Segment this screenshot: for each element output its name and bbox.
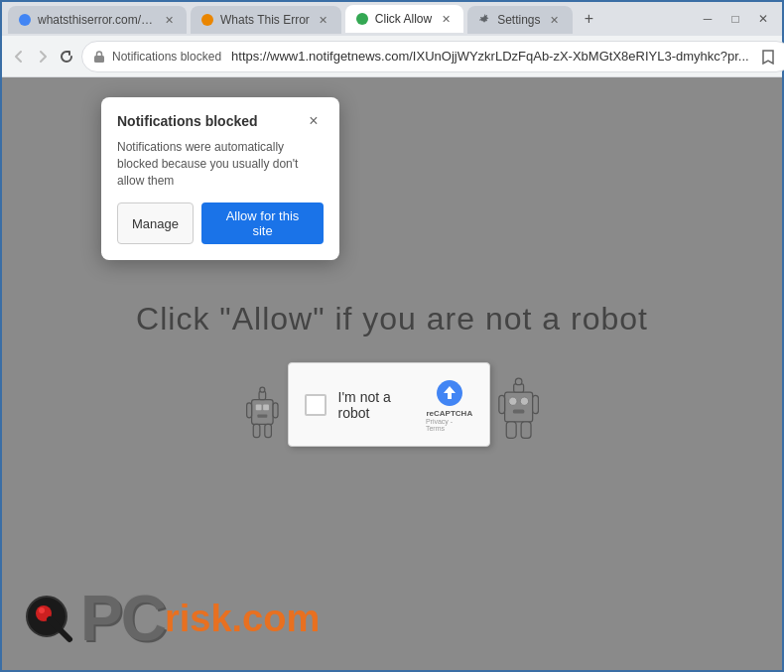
svg-point-1 xyxy=(201,14,213,26)
back-button[interactable] xyxy=(10,42,28,71)
svg-rect-31 xyxy=(521,422,531,439)
notification-popup: Notifications blocked × Notifications we… xyxy=(101,97,339,260)
svg-point-27 xyxy=(515,378,522,385)
risk-text: risk xyxy=(165,598,232,640)
tab-whatserror[interactable]: Whats This Error ✕ xyxy=(191,6,341,34)
svg-point-17 xyxy=(260,387,265,392)
svg-rect-13 xyxy=(256,405,262,411)
svg-rect-22 xyxy=(504,392,532,422)
forward-button[interactable] xyxy=(34,42,52,71)
captcha-label: I'm not a robot xyxy=(338,389,426,421)
popup-title: Notifications blocked xyxy=(117,113,258,129)
tab-label-2: Whats This Error xyxy=(220,13,310,27)
tab-settings[interactable]: Settings ✕ xyxy=(467,6,572,34)
svg-rect-12 xyxy=(252,400,273,425)
recaptcha-brand: reCAPTCHA xyxy=(426,409,472,418)
url-text: https://www1.notifgetnews.com/IXUnOjjWYz… xyxy=(231,49,749,64)
page-main: Click "Allow" if you are not a robot xyxy=(136,301,648,447)
security-icon xyxy=(92,50,106,64)
popup-header: Notifications blocked × xyxy=(117,111,324,131)
tab-favicon-3 xyxy=(355,12,369,26)
svg-rect-29 xyxy=(532,395,538,413)
com-text: com xyxy=(242,598,320,640)
new-tab-button[interactable]: + xyxy=(577,6,602,32)
tab-clickallow[interactable]: Click Allow ✕ xyxy=(345,5,463,33)
svg-point-2 xyxy=(356,13,368,25)
svg-rect-21 xyxy=(265,424,272,437)
pc-text: PC xyxy=(80,587,165,650)
popup-close-button[interactable]: × xyxy=(304,111,324,131)
captcha-left: I'm not a robot xyxy=(305,389,426,421)
browser-window: whatsthiserror.com/b... ✕ Whats This Err… xyxy=(0,0,784,672)
window-controls: ─ □ ✕ xyxy=(695,9,776,29)
svg-point-34 xyxy=(39,607,45,613)
minimize-button[interactable]: ─ xyxy=(695,9,720,29)
tab-close-4[interactable]: ✕ xyxy=(547,12,563,28)
svg-rect-19 xyxy=(273,403,278,418)
refresh-button[interactable] xyxy=(58,42,75,71)
security-label: Notifications blocked xyxy=(112,50,221,64)
captcha-widget[interactable]: I'm not a robot reCAPTCHA Privacy - Term… xyxy=(288,362,490,447)
svg-rect-30 xyxy=(506,422,516,439)
close-button[interactable]: ✕ xyxy=(750,9,776,29)
svg-rect-3 xyxy=(94,56,104,63)
tab-favicon-2 xyxy=(200,13,214,27)
tab-label-3: Click Allow xyxy=(375,12,432,26)
tab-label-4: Settings xyxy=(497,13,540,27)
tab-close-3[interactable]: ✕ xyxy=(438,11,454,27)
page-content: Notifications blocked × Notifications we… xyxy=(2,77,782,670)
svg-rect-28 xyxy=(499,395,505,413)
dot-text: . xyxy=(232,598,243,640)
tab-close-1[interactable]: ✕ xyxy=(161,12,177,28)
tab-close-2[interactable]: ✕ xyxy=(316,12,331,28)
tab-favicon-1 xyxy=(18,13,32,27)
tab-whatsthiserror[interactable]: whatsthiserror.com/b... ✕ xyxy=(8,6,187,34)
robots-illustration: I'm not a robot reCAPTCHA Privacy - Term… xyxy=(243,357,541,447)
manage-button[interactable]: Manage xyxy=(117,202,194,244)
tab-label-1: whatsthiserror.com/b... xyxy=(38,13,155,27)
nav-bar: Notifications blocked https://www1.notif… xyxy=(2,36,782,77)
popup-buttons: Manage Allow for this site xyxy=(117,202,324,244)
svg-rect-14 xyxy=(263,405,269,411)
recaptcha-links: Privacy - Terms xyxy=(426,418,473,432)
recaptcha-logo-area: reCAPTCHA Privacy - Terms xyxy=(426,377,473,432)
allow-for-site-button[interactable]: Allow for this site xyxy=(201,202,324,244)
svg-rect-18 xyxy=(247,403,252,418)
recaptcha-icon xyxy=(434,377,465,409)
captcha-heading: Click "Allow" if you are not a robot xyxy=(136,301,648,337)
title-bar: whatsthiserror.com/b... ✕ Whats This Err… xyxy=(2,2,782,36)
svg-rect-20 xyxy=(253,424,260,437)
svg-point-23 xyxy=(508,397,516,405)
maximize-button[interactable]: □ xyxy=(722,9,748,29)
svg-rect-15 xyxy=(257,414,267,417)
pcrisk-logo: PC risk . com xyxy=(22,587,320,650)
popup-description: Notifications were automatically blocked… xyxy=(117,139,324,189)
svg-point-24 xyxy=(520,397,528,405)
tab-favicon-4 xyxy=(477,13,491,27)
magnifier-icon xyxy=(22,592,76,646)
svg-point-0 xyxy=(19,14,31,26)
bookmark-button[interactable] xyxy=(755,44,781,69)
captcha-checkbox[interactable] xyxy=(305,394,327,416)
address-bar[interactable]: Notifications blocked https://www1.notif… xyxy=(81,41,784,72)
svg-rect-25 xyxy=(513,409,525,413)
